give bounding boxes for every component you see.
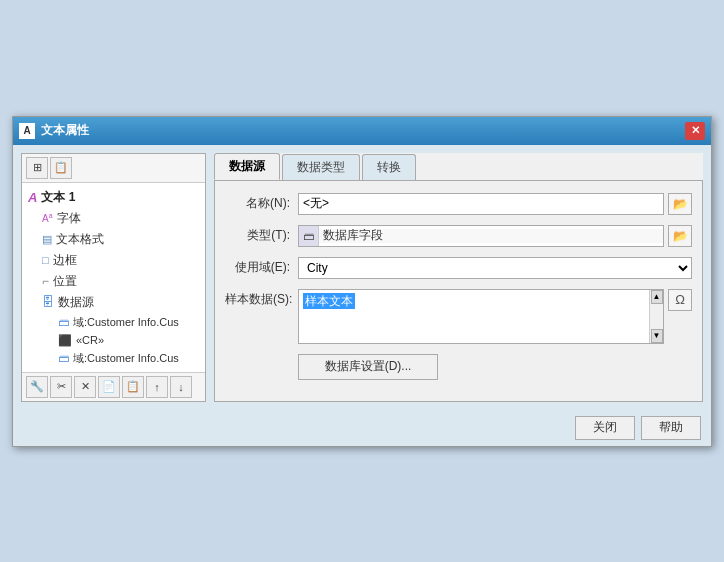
- tree-item-border[interactable]: □ 边框: [26, 250, 201, 271]
- sample-content: 样本文本 ▲ ▼ Ω: [298, 289, 692, 344]
- bottom-btn-scissors[interactable]: ✂: [50, 376, 72, 398]
- db-settings-button[interactable]: 数据库设置(D)...: [298, 354, 438, 380]
- tab-datasource[interactable]: 数据源: [214, 153, 280, 180]
- left-top-toolbar: ⊞ 📋: [22, 154, 205, 183]
- bottom-btn-clipboard[interactable]: 📋: [122, 376, 144, 398]
- name-label: 名称(N):: [225, 195, 290, 212]
- title-bar: A 文本属性 ✕: [13, 117, 711, 145]
- window-icon: A: [19, 123, 35, 139]
- browse-icon-type: 📂: [673, 229, 688, 243]
- sample-scrollbar: ▲ ▼: [649, 290, 663, 343]
- datasource-item-2-label: 域:Customer Info.Cus: [73, 351, 179, 366]
- name-browse-button[interactable]: 📂: [668, 193, 692, 215]
- tree-item-font-label: 字体: [57, 210, 81, 227]
- sample-textarea-wrap: 样本文本 ▲ ▼: [298, 289, 664, 344]
- footer: 关闭 帮助: [13, 410, 711, 446]
- border-icon: □: [42, 254, 49, 266]
- name-row: 名称(N): 📂: [225, 193, 692, 215]
- bottom-btn-doc[interactable]: 📄: [98, 376, 120, 398]
- name-input[interactable]: [298, 193, 664, 215]
- usage-label: 使用域(E):: [225, 259, 290, 276]
- type-row: 类型(T): 🗃 📂: [225, 225, 692, 247]
- sample-row: 样本数据(S): 样本文本 ▲ ▼ Ω: [225, 289, 692, 344]
- footer-help-button[interactable]: 帮助: [641, 416, 701, 440]
- tree-item-datasource[interactable]: 🗄 数据源: [26, 292, 201, 313]
- type-input: [319, 229, 663, 243]
- type-input-wrap: 🗃 📂: [298, 225, 692, 247]
- tree-item-textformat-label: 文本格式: [56, 231, 104, 248]
- window-title: 文本属性: [41, 122, 89, 139]
- bottom-btn-delete[interactable]: ✕: [74, 376, 96, 398]
- window-body: ⊞ 📋 A 文本 1 Aa 字体 ▤ 文本格式: [13, 145, 711, 410]
- right-panel: 数据源 数据类型 转换 名称(N): 📂: [214, 153, 703, 402]
- browse-icon-name: 📂: [673, 197, 688, 211]
- datasource-icon: 🗄: [42, 295, 54, 309]
- main-window: A 文本属性 ✕ ⊞ 📋 A 文本 1 Aa 字体: [12, 116, 712, 447]
- sample-selected: 样本文本: [303, 293, 355, 309]
- toolbar-btn-grid[interactable]: ⊞: [26, 157, 48, 179]
- tab-content: 名称(N): 📂 类型(T): 🗃: [214, 180, 703, 402]
- cr-icon: ⬛: [58, 334, 72, 347]
- type-browse-button[interactable]: 📂: [668, 225, 692, 247]
- textformat-icon: ▤: [42, 233, 52, 246]
- type-label: 类型(T):: [225, 227, 290, 244]
- sample-label: 样本数据(S):: [225, 289, 290, 308]
- datasource-item-1-label: 域:Customer Info.Cus: [73, 315, 179, 330]
- type-input-with-icon: 🗃: [298, 225, 664, 247]
- usage-row: 使用域(E): City: [225, 257, 692, 279]
- bottom-btn-up[interactable]: ↑: [146, 376, 168, 398]
- tree-item-position[interactable]: ⌐ 位置: [26, 271, 201, 292]
- font-icon: Aa: [42, 212, 53, 224]
- tree-root-icon: A: [28, 190, 37, 205]
- footer-close-button[interactable]: 关闭: [575, 416, 635, 440]
- tree-item-font[interactable]: Aa 字体: [26, 208, 201, 229]
- scrollbar-down-btn[interactable]: ▼: [651, 329, 663, 343]
- tab-transform[interactable]: 转换: [362, 154, 416, 180]
- usage-select-wrap: City: [298, 257, 692, 279]
- tree-item-datasource-label: 数据源: [58, 294, 94, 311]
- scrollbar-up-btn[interactable]: ▲: [651, 290, 663, 304]
- field-icon-1: 🗃: [58, 316, 69, 328]
- datasource-item-cr[interactable]: ⬛ «CR»: [54, 332, 201, 349]
- bottom-btn-down[interactable]: ↓: [170, 376, 192, 398]
- usage-select[interactable]: City: [298, 257, 692, 279]
- title-bar-left: A 文本属性: [19, 122, 89, 139]
- tree-sub-datasource: 🗃 域:Customer Info.Cus ⬛ «CR» 🗃 域:Custome…: [26, 313, 201, 368]
- db-settings-row: 数据库设置(D)...: [225, 354, 692, 380]
- datasource-item-2[interactable]: 🗃 域:Customer Info.Cus: [54, 349, 201, 368]
- tree-root-label: 文本 1: [41, 189, 75, 206]
- name-input-wrap: 📂: [298, 193, 692, 215]
- field-icon-2: 🗃: [58, 352, 69, 364]
- type-icon: 🗃: [299, 226, 319, 246]
- sample-text-area[interactable]: 样本文本: [299, 290, 649, 343]
- tree-item-border-label: 边框: [53, 252, 77, 269]
- tree-item-position-label: 位置: [53, 273, 77, 290]
- tab-datatype[interactable]: 数据类型: [282, 154, 360, 180]
- tree-item-textformat[interactable]: ▤ 文本格式: [26, 229, 201, 250]
- datasource-item-1[interactable]: 🗃 域:Customer Info.Cus: [54, 313, 201, 332]
- toolbar-btn-copy[interactable]: 📋: [50, 157, 72, 179]
- datasource-item-cr-label: «CR»: [76, 334, 104, 346]
- position-icon: ⌐: [42, 274, 49, 288]
- tree-root: A 文本 1: [26, 187, 201, 208]
- tree-area: A 文本 1 Aa 字体 ▤ 文本格式 □ 边框 ⌐ 位: [22, 183, 205, 372]
- sample-side-buttons: Ω: [668, 289, 692, 344]
- bottom-btn-settings[interactable]: 🔧: [26, 376, 48, 398]
- close-window-button[interactable]: ✕: [685, 122, 705, 140]
- sample-omega-button[interactable]: Ω: [668, 289, 692, 311]
- tabs: 数据源 数据类型 转换: [214, 153, 703, 180]
- left-panel: ⊞ 📋 A 文本 1 Aa 字体 ▤ 文本格式: [21, 153, 206, 402]
- left-bottom-toolbar: 🔧 ✂ ✕ 📄 📋 ↑ ↓: [22, 372, 205, 401]
